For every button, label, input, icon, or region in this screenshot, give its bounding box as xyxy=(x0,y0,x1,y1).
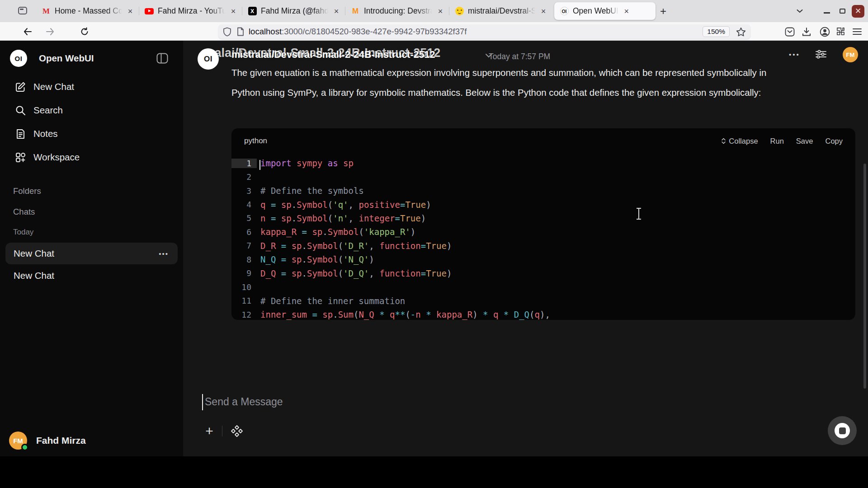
new-tab-button[interactable]: + xyxy=(656,5,670,18)
chat-item-menu-icon[interactable]: ••• xyxy=(159,250,169,258)
collapse-label: Collapse xyxy=(729,137,758,145)
tab-close-icon[interactable]: × xyxy=(126,7,135,15)
code-line: 3# Define the symbols xyxy=(231,184,855,197)
tab-massed-compute[interactable]: M Home - Massed Compute × xyxy=(36,3,139,19)
assistant-avatar: OI xyxy=(198,48,219,70)
line-number: 9 xyxy=(231,268,257,278)
code-editor-caret xyxy=(259,160,260,170)
maximize-button[interactable] xyxy=(835,5,850,18)
reload-button[interactable] xyxy=(78,25,91,38)
pocket-icon[interactable] xyxy=(783,26,796,38)
chat-main: tralai/Devstral-Small-2-24B-Instruct-251… xyxy=(183,41,868,456)
search-icon xyxy=(15,105,26,116)
line-number: 5 xyxy=(231,213,257,223)
line-number: 8 xyxy=(231,255,257,264)
code-line: 7D_R = sp.Symbol('D_R', function=True) xyxy=(231,239,855,253)
collapse-button[interactable]: Collapse xyxy=(721,137,758,145)
url-text[interactable]: localhost:3000/c/81804520-983e-427e-9942… xyxy=(249,27,703,37)
code-line: 2 xyxy=(231,170,855,183)
code-line-text: # Define the symbols xyxy=(260,186,364,196)
youtube-icon xyxy=(145,7,154,16)
sidebar-item-new-chat[interactable]: New Chat xyxy=(0,75,183,99)
page-info-icon[interactable] xyxy=(237,27,244,36)
chat-list-item[interactable]: New Chat xyxy=(14,270,54,282)
sidebar-item-workspace[interactable]: Workspace xyxy=(0,145,183,169)
url-bar[interactable]: localhost:3000/c/81804520-983e-427e-9942… xyxy=(218,24,750,39)
code-actions: Collapse Run Save Copy xyxy=(721,137,843,145)
online-status-dot xyxy=(21,444,28,451)
code-line-text: kappa_R = sp.Symbol('kappa_R') xyxy=(260,227,415,237)
voice-overlay-button[interactable] xyxy=(828,416,857,445)
tab-huggingface[interactable]: mistralai/Devstral-Small- × xyxy=(449,3,552,19)
sidebar-item-label: New Chat xyxy=(33,81,74,92)
download-icon[interactable] xyxy=(800,26,813,38)
user-menu[interactable]: FM Fahd Mirza xyxy=(0,427,183,454)
sidebar-item-label: Notes xyxy=(33,128,58,139)
tab-open-webui-active[interactable]: OI Open WebUI × xyxy=(554,2,656,20)
code-line-text: import sympy as sp xyxy=(260,158,354,168)
message-model-name: mistralai/Devstral-Small-2-24B-Instruct-… xyxy=(231,49,435,61)
code-block: python Collapse Run Save Copy 1import sy… xyxy=(231,128,855,320)
zoom-level-badge[interactable]: 150% xyxy=(703,26,730,37)
code-line-text: N_Q = sp.Symbol('N_Q') xyxy=(260,254,374,264)
window-close-button[interactable]: ✕ xyxy=(852,5,864,18)
openwebui-icon: OI xyxy=(560,7,569,16)
code-line-text: # Define the inner summation xyxy=(260,296,405,306)
browser-chrome: M Home - Massed Compute × Fahd Mirza - Y… xyxy=(0,0,868,41)
save-button[interactable]: Save xyxy=(796,137,813,145)
tab-youtube[interactable]: Fahd Mirza - YouTube × xyxy=(139,3,242,19)
account-icon[interactable] xyxy=(818,26,831,38)
shield-icon[interactable] xyxy=(223,27,231,37)
notes-icon xyxy=(15,128,26,139)
sidebar-item-label: Workspace xyxy=(33,152,80,163)
tab-x[interactable]: X Fahd Mirza (@fahdmirza × xyxy=(242,3,345,19)
window-controls: ✕ xyxy=(792,0,868,22)
bookmark-star-icon[interactable] xyxy=(736,27,746,37)
tab-close-icon[interactable]: × xyxy=(622,7,631,15)
copy-button[interactable]: Copy xyxy=(825,137,843,145)
chats-section-label[interactable]: Chats xyxy=(13,207,35,217)
forward-button[interactable] xyxy=(43,25,57,38)
bottom-black-strip xyxy=(0,456,868,488)
code-line-text: inner_sum = sp.Sum(N_Q * q**(-n * kappa_… xyxy=(260,310,550,319)
sidebar-item-notes[interactable]: Notes xyxy=(0,122,183,145)
list-tabs-chevron-icon[interactable] xyxy=(792,5,807,18)
menu-hamburger-icon[interactable] xyxy=(851,26,863,38)
line-number: 1 xyxy=(231,159,257,168)
chat-menu-icon[interactable]: ••• xyxy=(789,51,800,58)
user-avatar: FM xyxy=(9,432,27,450)
extensions-puzzle-icon[interactable] xyxy=(835,26,847,38)
url-path: :3000/c/81804520-983e-427e-9942-97b93342… xyxy=(282,27,467,36)
attach-plus-button[interactable]: + xyxy=(202,424,217,438)
tab-close-icon[interactable]: × xyxy=(332,7,341,15)
line-number: 10 xyxy=(231,282,257,292)
openwebui-logo: OI xyxy=(10,50,27,67)
integrations-icon[interactable] xyxy=(230,424,244,438)
sidebar-toggle-icon[interactable] xyxy=(156,52,169,65)
firefox-view-icon[interactable] xyxy=(17,6,29,16)
code-line: 5n = sp.Symbol('n', integer=True) xyxy=(231,211,855,225)
code-line: 4q = sp.Symbol('q', positive=True) xyxy=(231,197,855,211)
scrollbar-thumb[interactable] xyxy=(863,164,866,389)
message-timestamp: Today at 7:57 PM xyxy=(489,52,550,61)
header-user-avatar[interactable]: FM xyxy=(843,47,858,62)
tab-close-icon[interactable]: × xyxy=(229,7,238,15)
chat-list-item-active[interactable]: New Chat ••• xyxy=(5,243,178,264)
stop-circle-icon xyxy=(835,423,850,438)
tab-close-icon[interactable]: × xyxy=(436,7,445,15)
message-input[interactable]: Send a Message xyxy=(205,396,283,408)
code-line: 10 xyxy=(231,280,855,294)
folders-section-label[interactable]: Folders xyxy=(13,186,41,196)
sidebar-item-search[interactable]: Search xyxy=(0,99,183,122)
tab-mistral-blog[interactable]: M Introducing: Devstral 2 a × xyxy=(345,3,449,19)
back-button[interactable] xyxy=(21,25,34,38)
code-line-text: n = sp.Symbol('n', integer=True) xyxy=(260,213,426,223)
tab-close-icon[interactable]: × xyxy=(539,7,548,15)
tab-title: Open WebUI xyxy=(573,6,618,16)
minimize-button[interactable] xyxy=(819,5,835,18)
chat-settings-icon[interactable] xyxy=(815,49,827,61)
line-number: 2 xyxy=(231,172,257,182)
run-button[interactable]: Run xyxy=(770,137,784,145)
input-toolbar-divider xyxy=(222,426,222,436)
code-content[interactable]: 1import sympy as sp23# Define the symbol… xyxy=(231,154,855,320)
